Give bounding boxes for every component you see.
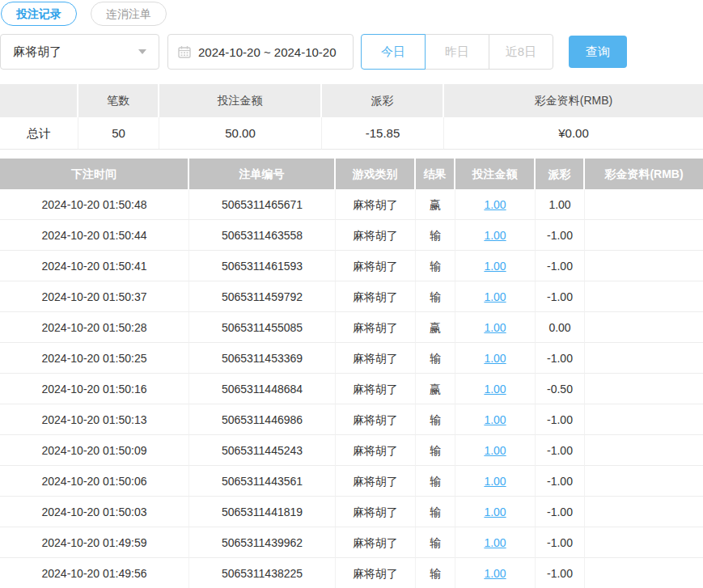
chevron-down-icon (138, 49, 146, 54)
game-type-cell: 麻将胡了 (336, 404, 416, 435)
top-tabs: 投注记录 连消注单 (0, 0, 703, 26)
bet-time-cell: 2024-10-20 01:50:28 (0, 312, 189, 343)
bet-time-cell: 2024-10-20 01:50:37 (0, 281, 189, 312)
payout-cell: -1.00 (536, 466, 585, 497)
summary-bonus-value: ¥0.00 (444, 117, 703, 150)
game-type-cell: 麻将胡了 (336, 343, 416, 374)
bet-amount-link[interactable]: 1.00 (484, 413, 506, 426)
bet-amount-link[interactable]: 1.00 (484, 567, 506, 580)
bonus-cell (585, 343, 703, 374)
game-type-cell: 麻将胡了 (336, 251, 416, 281)
result-cell: 输 (416, 435, 455, 466)
betting-records-page: 投注记录 连消注单 麻将胡了 2024-10-20 ~ (0, 0, 703, 588)
summary-header-bet-amount: 投注金额 (159, 84, 322, 117)
game-type-cell: 麻将胡了 (336, 312, 416, 343)
tab-bet-records[interactable]: 投注记录 (1, 2, 77, 26)
table-row: 2024-10-20 01:50:28 5065311455085 麻将胡了 赢… (0, 312, 703, 343)
bonus-cell (585, 251, 703, 281)
col-header-bonus: 彩金资料(RMB) (585, 159, 703, 189)
bet-amount-link[interactable]: 1.00 (484, 383, 506, 396)
summary-header-row: 笔数 投注金额 派彩 彩金资料(RMB) (0, 84, 703, 117)
bet-amount-link[interactable]: 1.00 (484, 290, 506, 303)
col-header-result: 结果 (416, 159, 455, 189)
bet-amount-cell: 1.00 (455, 374, 536, 404)
bonus-cell (585, 466, 703, 497)
table-row: 2024-10-20 01:50:06 5065311443561 麻将胡了 输… (0, 466, 703, 497)
payout-cell: -1.00 (536, 343, 585, 374)
bet-amount-link[interactable]: 1.00 (484, 506, 506, 518)
summary-count-value: 50 (78, 117, 159, 150)
bet-time-cell: 2024-10-20 01:50:06 (0, 466, 189, 497)
bet-amount-cell: 1.00 (455, 435, 536, 466)
game-select[interactable]: 麻将胡了 (0, 34, 159, 70)
order-id-cell: 5065311443561 (189, 466, 336, 497)
order-id-cell: 5065311459792 (189, 281, 336, 312)
quick-yesterday-button[interactable]: 昨日 (425, 34, 489, 70)
bonus-cell (585, 558, 703, 588)
bet-amount-link[interactable]: 1.00 (484, 444, 506, 457)
bet-amount-link[interactable]: 1.00 (484, 260, 506, 273)
col-header-payout: 派彩 (536, 159, 585, 189)
order-id-cell: 5065311453369 (189, 343, 336, 374)
table-row: 2024-10-20 01:50:41 5065311461593 麻将胡了 输… (0, 251, 703, 281)
table-row: 2024-10-20 01:50:37 5065311459792 麻将胡了 输… (0, 281, 703, 312)
table-row: 2024-10-20 01:50:48 5065311465671 麻将胡了 赢… (0, 189, 703, 220)
col-header-game-type: 游戏类别 (336, 159, 416, 189)
game-type-cell: 麻将胡了 (336, 281, 416, 312)
bonus-cell (585, 220, 703, 251)
table-row: 2024-10-20 01:50:03 5065311441819 麻将胡了 输… (0, 497, 703, 527)
payout-cell: -1.00 (536, 220, 585, 251)
result-cell: 赢 (416, 374, 455, 404)
bet-amount-cell: 1.00 (455, 558, 536, 588)
bonus-cell (585, 189, 703, 220)
bet-amount-cell: 1.00 (455, 281, 536, 312)
summary-header-payout: 派彩 (322, 84, 444, 117)
table-row: 2024-10-20 01:50:16 5065311448684 麻将胡了 赢… (0, 374, 703, 404)
bet-amount-cell: 1.00 (455, 497, 536, 527)
summary-table: 笔数 投注金额 派彩 彩金资料(RMB) 总计 50 50.00 -15.85 … (0, 84, 703, 150)
bet-time-cell: 2024-10-20 01:50:25 (0, 343, 189, 374)
bet-amount-link[interactable]: 1.00 (484, 229, 506, 242)
bet-amount-cell: 1.00 (455, 466, 536, 497)
summary-total-row: 总计 50 50.00 -15.85 ¥0.00 (0, 117, 703, 150)
search-button[interactable]: 查询 (569, 36, 627, 68)
bet-time-cell: 2024-10-20 01:50:03 (0, 497, 189, 527)
game-type-cell: 麻将胡了 (336, 435, 416, 466)
payout-cell: 0.00 (536, 312, 585, 343)
order-id-cell: 5065311461593 (189, 251, 336, 281)
payout-cell: -1.00 (536, 251, 585, 281)
table-row: 2024-10-20 01:49:56 5065311438225 麻将胡了 输… (0, 558, 703, 588)
bet-table-body: 2024-10-20 01:50:48 5065311465671 麻将胡了 赢… (0, 189, 703, 588)
payout-cell: -1.00 (536, 558, 585, 588)
date-range-input[interactable]: 2024-10-20 ~ 2024-10-20 (167, 34, 354, 70)
order-id-cell: 5065311439962 (189, 527, 336, 558)
bet-amount-link[interactable]: 1.00 (484, 321, 506, 334)
result-cell: 输 (416, 343, 455, 374)
bet-amount-link[interactable]: 1.00 (484, 352, 506, 365)
bet-amount-cell: 1.00 (455, 527, 536, 558)
payout-cell: -1.00 (536, 435, 585, 466)
tab-cancelled-orders[interactable]: 连消注单 (91, 2, 167, 26)
result-cell: 输 (416, 466, 455, 497)
bonus-cell (585, 404, 703, 435)
order-id-cell: 5065311463558 (189, 220, 336, 251)
date-range-value: 2024-10-20 ~ 2024-10-20 (198, 45, 337, 59)
result-cell: 输 (416, 497, 455, 527)
order-id-cell: 5065311445243 (189, 435, 336, 466)
bet-amount-link[interactable]: 1.00 (484, 475, 506, 488)
bet-time-cell: 2024-10-20 01:50:13 (0, 404, 189, 435)
bet-amount-link[interactable]: 1.00 (484, 536, 506, 549)
bet-amount-link[interactable]: 1.00 (484, 198, 506, 211)
result-cell: 输 (416, 404, 455, 435)
game-type-cell: 麻将胡了 (336, 558, 416, 588)
order-id-cell: 5065311448684 (189, 374, 336, 404)
quick-last8days-button[interactable]: 近8日 (489, 34, 553, 70)
quick-today-button[interactable]: 今日 (361, 34, 426, 70)
table-row: 2024-10-20 01:50:44 5065311463558 麻将胡了 输… (0, 220, 703, 251)
bonus-cell (585, 374, 703, 404)
col-header-bet-amount: 投注金额 (455, 159, 536, 189)
bet-amount-cell: 1.00 (455, 404, 536, 435)
bet-amount-cell: 1.00 (455, 312, 536, 343)
quick-date-group: 今日 昨日 近8日 (361, 34, 553, 70)
game-type-cell: 麻将胡了 (336, 374, 416, 404)
